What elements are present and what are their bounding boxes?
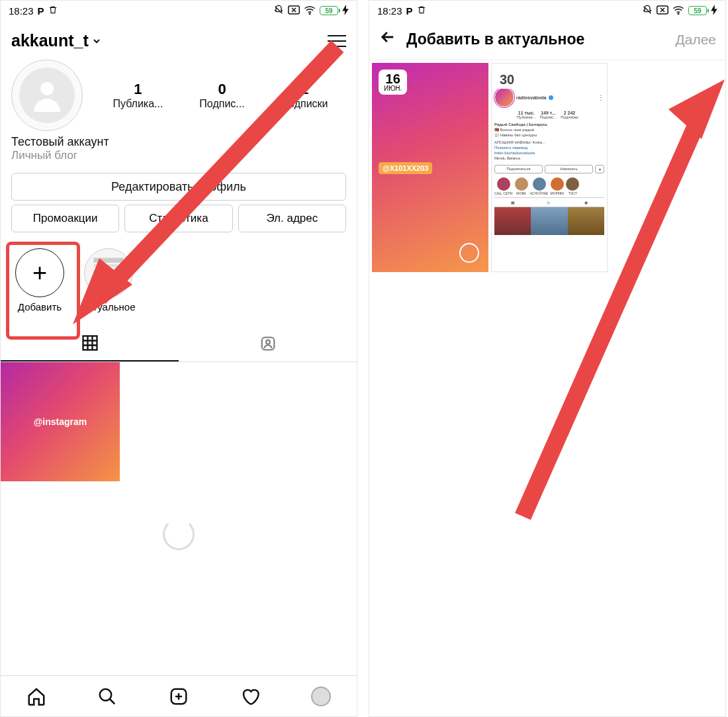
search-icon <box>97 687 117 706</box>
nav-add[interactable] <box>167 685 190 708</box>
mini-avatar <box>494 87 514 107</box>
story-month: июн. <box>384 85 402 92</box>
insights-button[interactable]: Статистика <box>124 205 232 232</box>
followers-stat[interactable]: 0 Подпис... <box>199 81 244 110</box>
charging-icon <box>342 5 349 17</box>
story-day: 30 <box>500 72 514 87</box>
heart-icon <box>240 687 260 706</box>
next-button[interactable]: Далее <box>675 32 716 48</box>
svg-point-11 <box>266 340 270 344</box>
back-button[interactable] <box>379 28 397 51</box>
svg-point-12 <box>100 689 112 700</box>
svg-rect-8 <box>94 282 124 285</box>
verified-icon <box>549 95 553 100</box>
add-highlight-screen: 18:23 P 59 Добавить в актуальное Далее 1… <box>369 0 726 717</box>
promotions-button[interactable]: Промоакции <box>11 205 119 232</box>
battery-icon: 59 <box>320 6 338 15</box>
followers-label: Подпис... <box>199 98 244 110</box>
add-highlight-button[interactable]: + Добавить <box>13 248 67 312</box>
dnd-icon <box>642 5 653 17</box>
menu-button[interactable] <box>328 35 346 47</box>
post-thumbnail[interactable]: @instagram <box>1 362 120 481</box>
screen-title: Добавить в актуальное <box>406 30 666 48</box>
story-select-circle[interactable] <box>459 243 479 263</box>
status-time: 18:23 <box>9 5 34 17</box>
svg-point-5 <box>95 273 103 280</box>
tagged-icon <box>259 334 277 353</box>
story-thumbnail-2[interactable]: 30 radiosvaboda ⋮ 11 тыс.Публика... 149 … <box>491 63 608 272</box>
svg-rect-3 <box>94 258 124 263</box>
posts-label: Публика... <box>113 98 163 110</box>
bottom-navigation <box>1 675 357 716</box>
loading-spinner <box>1 481 357 587</box>
dnd-icon <box>273 5 284 17</box>
category-label: Личный блог <box>11 149 346 162</box>
svg-point-6 <box>104 273 111 280</box>
svg-point-1 <box>309 13 310 15</box>
story-mention-tag: @X101XX203 <box>379 162 432 174</box>
story-date-badge: 16 июн. <box>379 70 407 95</box>
x-box-icon <box>288 5 300 17</box>
svg-point-7 <box>112 273 119 280</box>
add-post-icon <box>169 687 189 706</box>
grid-icon <box>81 334 99 352</box>
home-icon <box>26 687 46 706</box>
wifi-icon <box>672 5 684 17</box>
posts-count: 1 <box>113 81 163 98</box>
post-tag-label: @instagram <box>34 416 87 427</box>
svg-rect-4 <box>94 264 124 267</box>
mini-reels-icon: ▷ <box>531 198 567 207</box>
charging-icon <box>711 5 717 17</box>
x-box-icon <box>657 5 668 17</box>
wifi-icon <box>304 5 316 17</box>
add-highlight-label: Добавить <box>13 301 67 312</box>
nav-search[interactable] <box>96 685 118 708</box>
nav-profile[interactable] <box>310 685 332 708</box>
p-icon: P <box>38 5 44 17</box>
p-icon: P <box>406 5 413 17</box>
profile-avatar[interactable] <box>11 60 83 131</box>
mini-grid-icon: ▦ <box>494 198 531 207</box>
following-label: Подписки <box>281 98 328 110</box>
highlight-thumbnail <box>84 248 133 297</box>
posts-stat[interactable]: 1 Публика... <box>113 81 163 110</box>
username-dropdown[interactable]: akkaunt_t <box>11 31 102 50</box>
mini-tagged-icon: ◉ <box>568 198 604 207</box>
following-stat[interactable]: 1 Подписки <box>281 81 328 110</box>
following-count: 1 <box>281 81 328 98</box>
profile-screen: 18:23 P 59 akkaunt_t 1 <box>0 0 357 717</box>
status-bar: 18:23 P 59 <box>369 1 725 19</box>
trash-icon <box>417 5 426 17</box>
email-button[interactable]: Эл. адрес <box>238 205 346 232</box>
nav-home[interactable] <box>25 685 48 708</box>
story-day: 16 <box>386 72 400 86</box>
mini-username: radiosvaboda <box>516 95 547 100</box>
username-text: akkaunt_t <box>11 31 89 50</box>
profile-avatar-icon <box>311 687 331 706</box>
story-date-badge: 30 <box>494 70 520 89</box>
display-name: Тестовый аккаунт <box>11 135 346 149</box>
chevron-down-icon <box>91 36 102 46</box>
edit-profile-button[interactable]: Редактировать профиль <box>11 173 346 201</box>
story-thumbnail-1[interactable]: 16 июн. @X101XX203 <box>372 63 488 272</box>
avatar-placeholder-icon <box>19 68 75 123</box>
highlight-item[interactable]: Актуальное <box>81 248 136 312</box>
plus-icon: + <box>15 248 64 297</box>
followers-count: 0 <box>199 81 244 98</box>
trash-icon <box>48 5 58 17</box>
status-bar: 18:23 P 59 <box>1 1 357 19</box>
grid-tab[interactable] <box>1 326 179 361</box>
mini-menu-icon: ⋮ <box>598 94 604 101</box>
highlight-label: Актуальное <box>81 301 136 312</box>
svg-point-2 <box>40 82 54 95</box>
svg-point-15 <box>678 13 679 15</box>
battery-icon: 59 <box>688 6 707 15</box>
nav-activity[interactable] <box>239 685 261 708</box>
svg-rect-9 <box>83 336 97 350</box>
tagged-tab[interactable] <box>179 326 357 361</box>
status-time: 18:23 <box>377 5 402 17</box>
arrow-left-icon <box>379 28 397 46</box>
